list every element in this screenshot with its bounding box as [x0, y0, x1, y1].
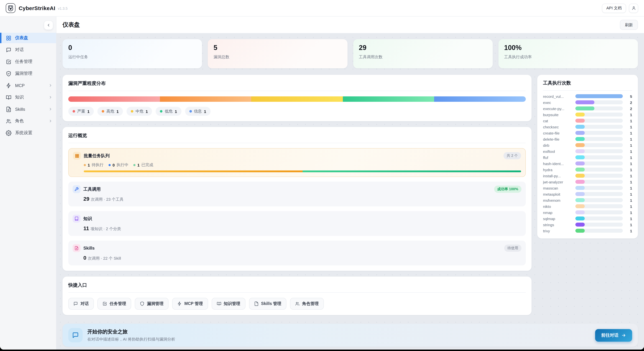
sidebar-item-vulns[interactable]: 漏洞管理	[0, 68, 56, 79]
lightning-icon	[177, 301, 182, 306]
quick-entries-title: 快捷入口	[68, 282, 526, 288]
summary-text: 次调用 · 23 个工具	[91, 197, 124, 201]
quick-skills-button[interactable]: Skills 管理	[249, 298, 286, 310]
refresh-button[interactable]: 刷新	[620, 20, 638, 30]
tool-bar-track	[575, 155, 623, 159]
sidebar-item-tasks[interactable]: 任务管理	[0, 57, 56, 67]
batch-pending: 1待执行	[84, 162, 104, 168]
tool-count: 1	[626, 222, 632, 227]
sidebar-item-mcp[interactable]: MCP	[0, 80, 56, 91]
book-icon	[216, 301, 221, 306]
chip-label: MCP 管理	[184, 301, 203, 306]
sidebar-item-dashboard[interactable]: 仪表盘	[0, 33, 56, 43]
arrow-right-icon	[621, 333, 626, 337]
severity-bar	[68, 96, 526, 102]
tool-bar-track	[575, 125, 623, 129]
dashboard-grid-icon	[6, 35, 12, 41]
stat-cards-row: 0 运行中任务 5 漏洞总数 29 工具调用次数 100% 工具执行成功率	[62, 39, 638, 68]
batch-progress-bar	[84, 170, 521, 172]
task-check-icon	[102, 301, 107, 306]
tool-name: burpsuite	[543, 112, 572, 117]
tool-bar-fill	[575, 186, 585, 190]
tool-bar-track	[575, 180, 623, 184]
chevron-right-icon	[48, 84, 52, 87]
task-check-icon	[6, 59, 12, 65]
go-to-chat-button[interactable]: 前往对话	[595, 329, 632, 341]
tool-row: install-py...1	[543, 174, 632, 178]
batch-completed: 1已完成	[134, 162, 153, 168]
legend-count: 1	[146, 109, 148, 114]
skills-title: Skills	[84, 246, 95, 251]
tool-count: 1	[626, 125, 632, 129]
quick-tasks-button[interactable]: 任务管理	[98, 298, 131, 310]
legend-label: 中危	[136, 109, 144, 114]
tool-bar-fill	[575, 149, 585, 153]
quick-vulns-button[interactable]: 漏洞管理	[135, 298, 168, 310]
tool-calls-title: 工具调用	[84, 186, 100, 192]
severity-legend-info: 信息1	[185, 107, 210, 116]
tool-name: record_vul...	[543, 94, 572, 98]
stat-label: 运行中任务	[68, 54, 196, 60]
tool-name: masscan	[543, 186, 572, 190]
tool-row: hydra1	[543, 168, 632, 172]
skills-card[interactable]: Skills 待使用 0次调用 · 22 个 Skill	[68, 241, 526, 265]
tool-bar-fill	[575, 216, 585, 220]
tool-bar-track	[575, 204, 623, 208]
tool-name: exiftool	[543, 149, 572, 153]
knowledge-title: 知识	[84, 216, 92, 222]
tool-bar-track	[575, 143, 623, 147]
batch-total-badge: 共 2 个	[504, 152, 521, 159]
tool-bar-fill	[575, 100, 594, 104]
legend-label: 高危	[106, 109, 114, 114]
severity-segment-low	[343, 96, 434, 102]
stat-card-total-vulns: 5 漏洞总数	[208, 39, 348, 68]
stat-card-tool-calls: 29 工具调用次数	[353, 39, 493, 68]
sidebar-item-skills[interactable]: Skills	[0, 104, 56, 114]
api-docs-button[interactable]: API 文档	[602, 4, 626, 13]
stat-card-running-tasks: 0 运行中任务	[62, 39, 202, 68]
tool-count: 1	[626, 112, 632, 117]
tool-execution-panel: 工具执行次数 record_vul...5 exec2 execute-py..…	[537, 75, 638, 238]
sidebar-item-knowledge[interactable]: 知识	[0, 92, 56, 103]
chevron-left-icon	[46, 23, 51, 27]
tool-name: trivy	[543, 229, 572, 233]
sidebar-item-settings[interactable]: 系统设置	[0, 128, 56, 138]
quick-chat-button[interactable]: 对话	[68, 298, 94, 310]
sidebar-item-label: 仪表盘	[15, 35, 28, 41]
stat-value: 0	[68, 44, 196, 52]
legend-label: 信息	[194, 109, 202, 114]
tool-bar-fill	[575, 223, 585, 227]
tool-row: sqlmap1	[543, 216, 632, 220]
sidebar-item-chat[interactable]: 对话	[0, 45, 56, 55]
quick-roles-button[interactable]: 角色管理	[290, 298, 324, 310]
success-rate-badge: 成功率 100%	[494, 186, 522, 193]
user-avatar-button[interactable]	[629, 4, 638, 13]
big-number: 29	[84, 196, 89, 202]
chip-label: 对话	[80, 301, 89, 306]
tool-bar-fill	[575, 113, 585, 117]
knowledge-card[interactable]: 知识 11项知识 · 2 个分类	[68, 211, 526, 236]
go-to-chat-label: 前往对话	[601, 332, 618, 338]
quick-knowledge-button[interactable]: 知识管理	[212, 298, 245, 310]
quick-mcp-button[interactable]: MCP 管理	[172, 298, 208, 310]
batch-task-queue-card[interactable]: 批量任务队列 共 2 个 1待执行 0执行中 1已完成	[68, 148, 526, 177]
tool-row: msfvenom1	[543, 198, 632, 202]
tool-bar-track	[575, 149, 623, 153]
sidebar-item-label: 任务管理	[15, 59, 32, 65]
progress-completed-segment	[302, 170, 521, 172]
progress-pending-segment	[84, 170, 302, 172]
tool-count: 1	[626, 186, 632, 190]
overview-card: 运行概览 批量任务队列 共 2 个	[62, 127, 532, 271]
tool-bar-fill	[575, 131, 585, 135]
chip-label: Skills 管理	[261, 301, 282, 306]
overview-title: 运行概览	[68, 132, 526, 139]
tool-calls-card[interactable]: 工具调用 成功率 100% 29次调用 · 23 个工具	[68, 182, 526, 206]
stat-card-success-rate: 100% 工具执行成功率	[498, 39, 638, 68]
tool-count: 1	[626, 192, 632, 196]
sidebar-collapse-button[interactable]	[44, 21, 53, 30]
sidebar-item-roles[interactable]: 角色	[0, 116, 56, 126]
tool-bar-fill	[575, 168, 585, 172]
tool-row: record_vul...5	[543, 94, 632, 98]
tool-bar-fill	[575, 119, 585, 123]
content-scroll-area[interactable]: 0 运行中任务 5 漏洞总数 29 工具调用次数 100% 工具执行成功率	[56, 34, 644, 349]
